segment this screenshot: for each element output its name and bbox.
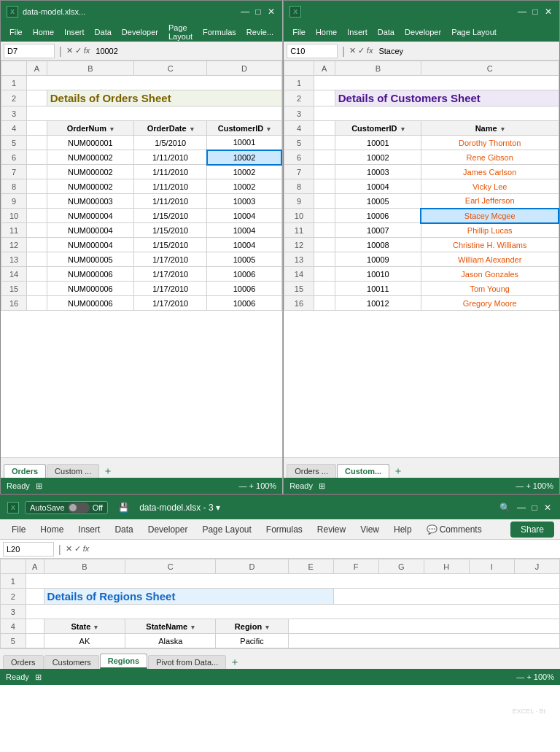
tab-bar-right: Orders ... Custom... ＋ (284, 457, 559, 478)
menu-insert-left[interactable]: Insert (60, 26, 89, 38)
regions-cell-region: Pacific (216, 634, 288, 648)
minimize-btn-right[interactable]: — (517, 7, 527, 17)
customers-sheet-title: Details of Customers Sheet (335, 90, 559, 106)
maximize-btn-left[interactable]: □ (253, 7, 263, 17)
col-header-b-bottom: B (44, 559, 125, 574)
orders-cell: NUM000006 (47, 267, 133, 282)
add-sheet-btn-bottom[interactable]: ＋ (230, 656, 240, 669)
customers-cell: Vicky Lee (421, 179, 559, 194)
add-sheet-btn-right[interactable]: ＋ (393, 465, 403, 478)
customers-cell: Dorothy Thornton (421, 136, 559, 150)
menu-file-bottom[interactable]: File (6, 523, 31, 536)
customers-cell: Phillip Lucas (421, 223, 559, 238)
close-btn-left[interactable]: ✕ (266, 7, 276, 17)
row-num-b4: 4 (1, 619, 26, 634)
share-button[interactable]: Share (510, 522, 554, 538)
tab-custom-left[interactable]: Custom ... (47, 464, 99, 478)
menu-review-left[interactable]: Revie... (242, 26, 278, 38)
menu-insert-right[interactable]: Insert (343, 26, 372, 38)
row-num-r10: 10 (284, 209, 314, 223)
name-box-right[interactable]: C10 (287, 44, 338, 58)
minimize-btn-left[interactable]: — (240, 7, 250, 17)
menu-data-bottom[interactable]: Data (109, 523, 139, 536)
menu-insert-bottom[interactable]: Insert (72, 523, 106, 536)
row-num-14: 14 (1, 267, 27, 282)
table-row: 15 10011 Tom Young (284, 282, 559, 296)
orders-cell: 10006 (207, 282, 281, 296)
table-row: 1 (284, 76, 559, 90)
add-sheet-btn-left[interactable]: ＋ (103, 465, 113, 478)
name-box-left[interactable]: D7 (4, 44, 55, 58)
menu-formulas-bottom[interactable]: Formulas (260, 523, 308, 536)
menu-developer-left[interactable]: Developer (117, 26, 163, 38)
window-controls-right[interactable]: — □ ✕ (517, 7, 553, 17)
orders-cell: NUM000003 (47, 194, 133, 209)
tab-customers-right[interactable]: Custom... (337, 464, 389, 478)
menu-developer-right[interactable]: Developer (400, 26, 446, 38)
menu-pagelayout-right[interactable]: Page Layout (447, 26, 501, 38)
row-num-r13: 13 (284, 252, 314, 267)
excel-icon-bottom: X (7, 502, 19, 513)
excel-window-customers: X — □ ✕ File Home Insert Data Developer … (283, 0, 560, 495)
autosave-badge: AutoSave Off (25, 501, 108, 514)
menu-home-bottom[interactable]: Home (34, 523, 69, 536)
search-icon-bottom[interactable]: 🔍 (499, 503, 510, 513)
table-row: 15 NUM000006 1/17/2010 10006 (1, 282, 282, 296)
orders-cell: 1/17/2010 (134, 252, 207, 267)
menu-developer-bottom[interactable]: Developer (142, 523, 194, 536)
table-row: 5 AK Alaska Pacific (1, 634, 560, 648)
menu-review-bottom[interactable]: Review (311, 523, 351, 536)
row-num-9: 9 (1, 194, 27, 209)
close-btn-bottom[interactable]: ✕ (542, 503, 553, 513)
autosave-dot (69, 504, 77, 511)
table-row: 8 NUM000002 1/11/2010 10002 (1, 179, 282, 194)
menu-pagelayout-bottom[interactable]: Page Layout (196, 523, 257, 536)
tab-orders-left[interactable]: Orders (4, 464, 46, 478)
menu-file-left[interactable]: File (5, 26, 27, 38)
autosave-toggle[interactable] (68, 503, 90, 513)
table-row: 13 NUM000005 1/17/2010 10005 (1, 252, 282, 267)
close-btn-right[interactable]: ✕ (543, 7, 553, 17)
tab-customers-bottom[interactable]: Customers (44, 655, 99, 669)
row-num-4: 4 (1, 121, 27, 136)
menu-home-left[interactable]: Home (28, 26, 58, 38)
title-bar-bottom: X AutoSave Off 💾 data-model.xlsx - 3 ▾ 🔍… (0, 496, 560, 519)
orders-cell-selected: 10002 (207, 150, 281, 165)
menu-view-bottom[interactable]: View (354, 523, 385, 536)
menu-home-right[interactable]: Home (311, 26, 341, 38)
save-icon[interactable]: 💾 (118, 503, 129, 513)
menu-help-bottom[interactable]: Help (388, 523, 418, 536)
row-num-b3: 3 (1, 605, 26, 619)
customers-header-id: CustomerID ▾ (335, 121, 421, 136)
formula-icons-right: ✕ ✓ fx (349, 46, 373, 55)
title-bar-right: X — □ ✕ (284, 1, 559, 23)
row-num-b5: 5 (1, 634, 26, 648)
col-header-c-bottom: C (125, 559, 216, 574)
menu-pagelayout-left[interactable]: Page Layout (164, 22, 197, 42)
comments-button[interactable]: 💬 Comments (421, 523, 488, 536)
orders-cell: 1/11/2010 (134, 194, 207, 209)
menu-data-right[interactable]: Data (373, 26, 399, 38)
window-controls-bottom[interactable]: — □ ✕ (516, 503, 553, 513)
menu-data-left[interactable]: Data (90, 26, 116, 38)
maximize-btn-bottom[interactable]: □ (529, 503, 540, 513)
customers-cell: 10007 (335, 223, 421, 238)
menu-file-right[interactable]: File (288, 26, 310, 38)
tab-orders-bottom[interactable]: Orders (3, 655, 44, 669)
minimize-btn-bottom[interactable]: — (516, 503, 526, 513)
table-row: 14 10010 Jason Gonzales (284, 267, 559, 282)
tab-regions-bottom[interactable]: Regions (100, 654, 147, 669)
tab-pivot-bottom[interactable]: Pivot from Data... (148, 655, 226, 669)
zoom-level-right: — + 100% (516, 481, 553, 490)
col-header-blank-bottom (1, 559, 26, 574)
row-num-5: 5 (1, 136, 27, 150)
orders-cell: 10002 (207, 179, 281, 194)
table-row: 9 10005 Earl Jefferson (284, 194, 559, 209)
window-controls-left[interactable]: — □ ✕ (240, 7, 276, 17)
menu-formulas-left[interactable]: Formulas (198, 26, 241, 38)
excel-icon-right: X (289, 6, 301, 18)
tab-orders-right[interactable]: Orders ... (287, 464, 336, 478)
name-box-bottom[interactable]: L20 (3, 542, 54, 557)
row-num-r16: 16 (284, 296, 314, 311)
maximize-btn-right[interactable]: □ (530, 7, 540, 17)
